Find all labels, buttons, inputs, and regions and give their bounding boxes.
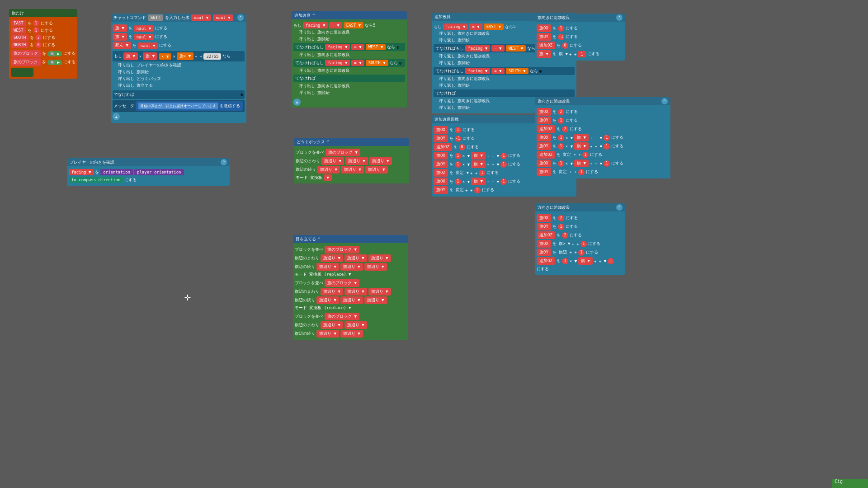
fd-oy3[interactable]: 旗OY bbox=[537, 168, 551, 176]
mw-a3c[interactable]: 旗辺り ▼ bbox=[368, 288, 391, 296]
mw-a1a[interactable]: 旗辺り ▼ bbox=[321, 254, 343, 262]
fdt-block4[interactable]: 旗 ▼ bbox=[537, 50, 551, 58]
ac-num7a[interactable]: 1 bbox=[455, 178, 461, 185]
fd2-oy2[interactable]: 旗OY bbox=[537, 249, 551, 256]
cr-naul2[interactable]: naul ▼ bbox=[134, 34, 154, 40]
ac-num4[interactable]: 1 bbox=[455, 153, 461, 159]
fd2-n6c[interactable]: 1 bbox=[608, 258, 614, 264]
collapse-flagdir-top[interactable]: ^ bbox=[616, 14, 623, 21]
fd2-oz1[interactable]: 追加OZ bbox=[537, 231, 555, 239]
chat-cmd-param2[interactable]: naul ▼ bbox=[213, 14, 233, 21]
fd-n5a[interactable]: 1 bbox=[558, 143, 564, 150]
ac-block7b[interactable]: 旗 ▼ bbox=[471, 178, 486, 185]
fd2-n4[interactable]: 1 bbox=[580, 241, 587, 247]
ac-num6[interactable]: 1 bbox=[479, 170, 485, 176]
fd2-n6[interactable]: 1 bbox=[562, 258, 568, 264]
dg-around1a[interactable]: 旗辺り ▼ bbox=[321, 157, 344, 165]
pd-compass[interactable]: to compass direction bbox=[69, 177, 123, 183]
pd-facing[interactable]: facing ▼ bbox=[69, 169, 94, 175]
block-idono2[interactable]: 旗のブロック bbox=[11, 58, 41, 66]
ac-blockoz1[interactable]: 追加OZ bbox=[434, 143, 452, 151]
mw-a6b[interactable]: 旗辺り ▼ bbox=[340, 330, 363, 338]
fd-n7a[interactable]: 1 bbox=[558, 160, 564, 167]
fd2-n1[interactable]: 2 bbox=[558, 215, 564, 221]
block-south[interactable]: SOUTH bbox=[11, 34, 28, 41]
al-south[interactable]: SOUTH ▼ bbox=[506, 68, 528, 74]
fd-oy1[interactable]: 旗OY bbox=[537, 117, 551, 124]
collapse-mewo[interactable]: ^ bbox=[318, 237, 320, 241]
am-facing3[interactable]: facing ▼ bbox=[325, 60, 350, 66]
al-facing2[interactable]: facing ▼ bbox=[465, 45, 490, 52]
fd2-oz2[interactable]: 追加OZ bbox=[537, 257, 555, 265]
ac-num5[interactable]: 1 bbox=[455, 161, 461, 168]
collapse-am-elif2[interactable]: ⊕ bbox=[399, 61, 402, 66]
fd2-n3[interactable]: 2 bbox=[562, 232, 568, 239]
am-west[interactable]: WEST ▼ bbox=[366, 44, 386, 50]
msg-block[interactable]: 発信の高さが、以上お届けオーバーしています を送信する bbox=[136, 101, 243, 111]
green-block-2[interactable]: 🔘 ▶ bbox=[47, 60, 62, 65]
pd-player-orientation[interactable]: player orientation bbox=[134, 169, 184, 175]
dg-around2c[interactable]: 旗辺り ▼ bbox=[365, 166, 388, 174]
mw-idono3[interactable]: 旗のブロック ▼ bbox=[325, 313, 359, 320]
fdt-n1[interactable]: 1 bbox=[558, 25, 564, 32]
mw-a4c[interactable]: 旗辺り ▼ bbox=[364, 296, 387, 304]
if-num4[interactable]: 旗> ▼ bbox=[177, 52, 193, 60]
fd-n5c[interactable]: 1 bbox=[604, 143, 610, 150]
collapse-flagdir2[interactable]: ^ bbox=[616, 204, 623, 211]
fd2-n2[interactable]: 1 bbox=[558, 224, 564, 230]
dg-around2b[interactable]: 旗辺り ▼ bbox=[341, 166, 364, 174]
mw-a3b[interactable]: 旗辺り ▼ bbox=[344, 288, 367, 296]
al-east[interactable]: EAST ▼ bbox=[484, 23, 504, 30]
al-facing[interactable]: facing ▼ bbox=[443, 23, 468, 30]
fd-n6[interactable]: 1 bbox=[582, 152, 589, 158]
collapse-al-elif2[interactable]: ⊕ bbox=[539, 69, 542, 74]
cr-naul3[interactable]: naul ▼ bbox=[138, 42, 158, 49]
ac-num4c[interactable]: 1 bbox=[500, 153, 507, 159]
cr-eq3[interactable]: 死ん ▼ bbox=[113, 42, 131, 49]
chat-cmd-param1[interactable]: naul ▼ bbox=[191, 14, 212, 21]
collapse-am-elif[interactable]: ⊕ bbox=[396, 45, 399, 50]
pd-orientation[interactable]: orientation bbox=[100, 169, 133, 175]
fd-n8[interactable]: 1 bbox=[578, 169, 585, 175]
dg-around2a[interactable]: 旗辺り ▼ bbox=[317, 166, 340, 174]
ac-block5[interactable]: 旗OY bbox=[434, 160, 448, 168]
fd-ox1[interactable]: 旗OX bbox=[537, 108, 551, 116]
collapse-flagdir[interactable]: ^ bbox=[661, 98, 668, 104]
al-facing3[interactable]: facing ▼ bbox=[465, 68, 490, 74]
num-west[interactable]: 1 bbox=[33, 27, 39, 33]
block-west[interactable]: WEST bbox=[11, 27, 26, 33]
ac-block6[interactable]: 旗OZ bbox=[434, 169, 448, 177]
ac-blockoy1[interactable]: 旗OY bbox=[434, 135, 448, 142]
mw-idono1[interactable]: 旗のブロック ▼ bbox=[325, 246, 359, 253]
ac-blockox1[interactable]: 旗OX bbox=[434, 126, 448, 134]
ac-num8[interactable]: 1 bbox=[474, 187, 481, 193]
collapse-dougu[interactable]: ^ bbox=[327, 140, 329, 144]
fd-n4a[interactable]: 1 bbox=[558, 135, 564, 141]
fd-n1[interactable]: 2 bbox=[558, 109, 564, 115]
collapse-player[interactable]: ^ bbox=[221, 159, 227, 165]
mw-a1b[interactable]: 旗辺り ▼ bbox=[344, 254, 367, 262]
if-num2[interactable]: 旗 ▼ bbox=[143, 52, 157, 60]
fdt-n4[interactable]: 1 bbox=[578, 51, 585, 57]
fd2-n5[interactable]: 1 bbox=[578, 249, 585, 256]
al-eq3[interactable]: = ▼ bbox=[491, 68, 504, 74]
dg-around1b[interactable]: 旗辺り ▼ bbox=[345, 157, 368, 165]
fd2-ox1[interactable]: 旗OX bbox=[537, 214, 551, 222]
collapse-chat[interactable]: ^ bbox=[237, 14, 244, 21]
fdt-oy1[interactable]: 旗OY bbox=[537, 33, 551, 41]
mw-a4b[interactable]: 旗辺り ▼ bbox=[340, 296, 363, 304]
fdt-oz1[interactable]: 追加OZ bbox=[537, 42, 555, 49]
ac-block4[interactable]: 旗OX bbox=[434, 152, 448, 160]
fd-oz2[interactable]: 追加OZ bbox=[537, 151, 555, 159]
if-num1[interactable]: 旗 ▼ bbox=[123, 52, 138, 60]
block-idono1[interactable]: 旗のブロック bbox=[11, 50, 41, 57]
block-east[interactable]: EAST bbox=[11, 20, 26, 26]
fd-ox2[interactable]: 旗OX bbox=[537, 134, 551, 141]
mw-a2a[interactable]: 旗辺り ▼ bbox=[316, 263, 339, 271]
fdt-ox1[interactable]: 旗OX bbox=[537, 24, 551, 32]
ac-num5c[interactable]: 1 bbox=[500, 161, 507, 168]
ac-block7[interactable]: 旗OX bbox=[434, 178, 448, 185]
al-eq2[interactable]: = ▼ bbox=[491, 45, 504, 52]
dg-around1c[interactable]: 旗辺り ▼ bbox=[369, 157, 392, 165]
cr-naul1[interactable]: naul ▼ bbox=[134, 25, 154, 32]
